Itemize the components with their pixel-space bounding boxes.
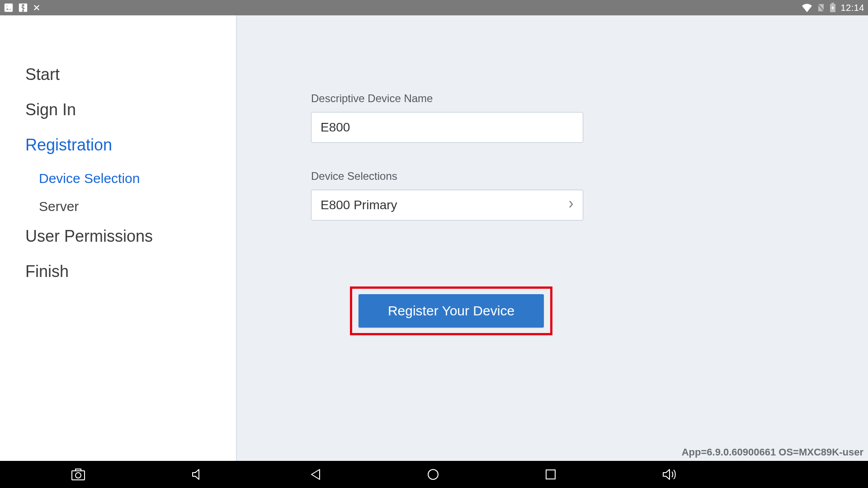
device-name-group: Descriptive Device Name [311, 92, 832, 143]
nav-start[interactable]: Start [25, 65, 236, 84]
device-selection-value: E800 Primary [321, 198, 397, 212]
content-pane: Descriptive Device Name Device Selection… [237, 15, 868, 461]
svg-rect-5 [831, 3, 834, 4]
app-body: Start Sign In Registration Device Select… [0, 15, 868, 461]
no-sim-icon [817, 3, 825, 12]
device-selection-group: Device Selections E800 Primary [311, 170, 832, 221]
image-icon [4, 3, 14, 13]
nav-finish[interactable]: Finish [25, 262, 236, 281]
volume-up-icon[interactable] [662, 468, 677, 481]
recent-apps-icon[interactable] [545, 469, 557, 480]
status-time: 12:14 [840, 3, 864, 13]
battery-charging-icon [830, 3, 836, 13]
nav-sub-device-selection[interactable]: Device Selection [39, 171, 236, 186]
back-icon[interactable] [310, 468, 321, 481]
register-highlight: Register Your Device [350, 286, 552, 335]
nav-sign-in[interactable]: Sign In [25, 100, 236, 119]
device-selection-dropdown[interactable]: E800 Primary [311, 190, 583, 221]
svg-point-7 [75, 473, 81, 478]
nav-registration[interactable]: Registration [25, 136, 236, 155]
wifi-icon [802, 3, 812, 12]
device-name-input[interactable] [311, 112, 583, 143]
version-text: App=6.9.0.60900661 OS=MXC89K-user [682, 446, 863, 458]
device-selection-label: Device Selections [311, 170, 832, 183]
system-navbar [0, 461, 868, 488]
status-bar: 12:14 [0, 0, 868, 15]
home-icon[interactable] [427, 468, 439, 481]
volume-down-icon[interactable] [191, 468, 204, 481]
chevron-right-icon [568, 199, 574, 211]
usb-icon [18, 3, 28, 13]
svg-point-1 [6, 5, 8, 7]
status-left [4, 3, 41, 13]
cross-icon [33, 4, 41, 12]
nav-sub-server[interactable]: Server [39, 199, 236, 214]
status-right: 12:14 [802, 3, 864, 13]
svg-point-3 [22, 10, 24, 12]
svg-point-9 [428, 469, 438, 479]
svg-rect-8 [75, 469, 81, 471]
register-button[interactable]: Register Your Device [359, 294, 544, 328]
svg-rect-10 [546, 470, 555, 479]
sidebar: Start Sign In Registration Device Select… [0, 15, 237, 461]
device-name-label: Descriptive Device Name [311, 92, 832, 105]
camera-icon[interactable] [71, 468, 85, 481]
nav-user-permissions[interactable]: User Permissions [25, 227, 236, 246]
